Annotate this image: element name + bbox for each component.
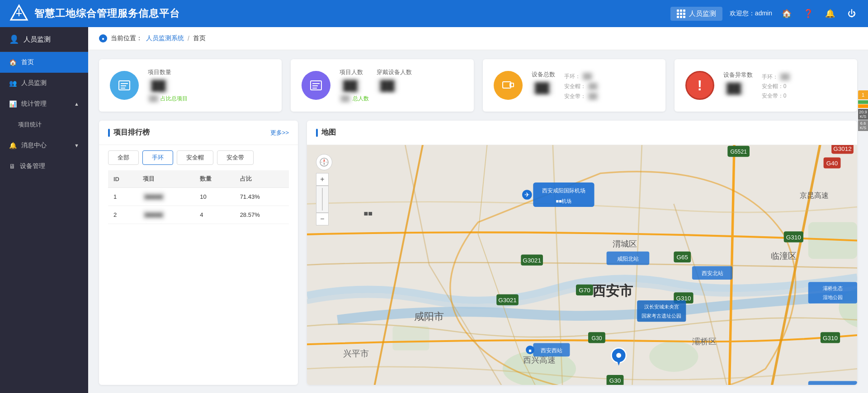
bottom-section: 项目排行榜 更多>> 全部 手环 安全帽 安全带 ID 项目 xyxy=(88,112,868,393)
home-icon: 🏠 xyxy=(9,59,17,66)
sidebar-messages-label: 消息中心 xyxy=(21,141,47,150)
wearing-devices-value: ██ xyxy=(377,79,398,93)
map-body[interactable]: 西安市 咸阳市 兴平市 临潼区 灞桥区 西兴高速 渭城区 京昆高速 ■■ G55 xyxy=(307,145,857,385)
sidebar-item-stats[interactable]: 📊 统计管理 ▲ xyxy=(0,94,88,114)
bracelet-label: 手环： ██ xyxy=(564,72,599,80)
ranking-more-link[interactable]: 更多>> xyxy=(270,129,289,137)
green-bar-1 xyxy=(858,100,868,104)
notification-badge[interactable]: 1 xyxy=(858,90,868,99)
sidebar-section-label: 人员监测 xyxy=(24,35,51,44)
devices-icon xyxy=(494,71,523,100)
svg-point-17 xyxy=(649,342,698,372)
stat-card-projects: 项目数量 ██ ██ 占比总项目 xyxy=(99,59,282,112)
ranking-title: 项目排行榜 xyxy=(108,128,150,137)
tab-all[interactable]: 全部 xyxy=(108,150,139,165)
map-zoom-bar xyxy=(316,186,329,213)
col-id: ID xyxy=(108,170,137,188)
breadcrumb: ● 当前位置： 人员监测系统 / 首页 xyxy=(88,27,868,50)
ranking-panel: 项目排行榜 更多>> 全部 手环 安全帽 安全带 ID 项目 xyxy=(99,121,298,385)
stat-card-anomaly: ! 设备异常数 ██ 手环： ██ 安全帽：0 安全带：0 xyxy=(675,59,857,112)
sidebar-item-home[interactable]: 🏠 首页 xyxy=(0,52,88,73)
svg-text:西安西站: 西安西站 xyxy=(541,347,562,354)
power-icon-btn[interactable]: ⏻ xyxy=(844,6,859,21)
sidebar-device-label: 设备管理 xyxy=(20,162,45,170)
svg-text:汉长安城未央宫: 汉长安城未央宫 xyxy=(644,304,679,309)
svg-text:灞桥生态: 灞桥生态 xyxy=(823,285,843,291)
nav-monitor-btn[interactable]: 人员监测 xyxy=(670,7,722,21)
sidebar-monitor-label: 人员监测 xyxy=(21,79,47,87)
help-icon-btn[interactable]: ❓ xyxy=(801,6,816,21)
breadcrumb-system[interactable]: 人员监测系统 xyxy=(146,34,184,42)
personnel-sub: ██ 总人数 xyxy=(340,94,462,103)
sidebar-item-messages[interactable]: 🔔 消息中心 ▼ xyxy=(0,135,88,156)
svg-text:■■机场: ■■机场 xyxy=(556,198,571,204)
sidebar-home-label: 首页 xyxy=(21,58,34,66)
cell-count: 10 xyxy=(194,188,234,206)
anomaly-devices-label: 设备异常数 xyxy=(723,71,753,79)
tab-bracelet[interactable]: 手环 xyxy=(142,150,173,165)
map-zoom-in-btn[interactable]: + xyxy=(316,173,329,186)
map-compass-btn[interactable] xyxy=(316,154,332,170)
svg-point-89 xyxy=(616,353,621,358)
user-icon: 👥 xyxy=(9,80,17,87)
project-personnel-value: ██ xyxy=(340,79,361,93)
svg-text:G3012: G3012 xyxy=(833,145,852,152)
sidebar-stats-label: 统计管理 xyxy=(21,100,47,108)
svg-text:G30: G30 xyxy=(609,377,621,384)
map-controls: + − xyxy=(316,154,332,225)
svg-text:✈: ✈ xyxy=(524,192,530,198)
svg-text:隧辇莘景区: 隧辇莘景区 xyxy=(820,384,845,385)
svg-text:G310: G310 xyxy=(823,335,838,342)
svg-text:西兴高速: 西兴高速 xyxy=(523,356,556,365)
svg-text:G5521: G5521 xyxy=(730,149,747,155)
svg-text:G3021: G3021 xyxy=(498,297,517,304)
chart-icon: 📊 xyxy=(9,100,17,108)
cell-id: 2 xyxy=(108,206,137,224)
svg-text:咸阳北站: 咸阳北站 xyxy=(617,256,639,262)
helmet-label: 安全帽： ██ xyxy=(564,82,599,90)
bell-sidebar-icon: 🔔 xyxy=(9,142,17,149)
svg-text:咸阳市: 咸阳市 xyxy=(414,311,444,322)
col-project: 项目 xyxy=(137,170,194,188)
svg-text:■: ■ xyxy=(528,348,532,353)
anomaly-content: 设备异常数 ██ 手环： ██ 安全帽：0 安全带：0 xyxy=(723,71,846,100)
map-zoom-group: + − xyxy=(316,173,332,225)
anomaly-icon: ! xyxy=(685,71,714,100)
svg-text:西安咸阳国际机场: 西安咸阳国际机场 xyxy=(542,187,585,194)
table-row: 2 ■■■■■ 4 28.57% xyxy=(108,206,289,224)
tab-belt[interactable]: 安全带 xyxy=(217,150,254,165)
sidebar-item-project-stats[interactable]: 项目统计 xyxy=(0,114,88,135)
svg-text:兴平市: 兴平市 xyxy=(343,349,369,358)
svg-text:西安北站: 西安北站 xyxy=(702,270,723,276)
grid-icon xyxy=(677,9,685,18)
sidebar-item-device[interactable]: 🖥 设备管理 xyxy=(0,156,88,177)
sidebar-item-monitor[interactable]: 👥 人员监测 xyxy=(0,73,88,94)
orange-bar xyxy=(858,104,868,108)
svg-text:G70: G70 xyxy=(579,287,590,294)
speed-info-2: 6.6K/S xyxy=(858,120,868,131)
devices-content: 设备总数 ██ 手环： ██ 安全帽： ██ 安全带： ██ xyxy=(532,70,655,100)
tab-helmet[interactable]: 安全帽 xyxy=(177,150,213,165)
table-row: 1 ■■■■■ 10 71.43% xyxy=(108,188,289,206)
svg-text:■■: ■■ xyxy=(363,209,373,217)
svg-text:渭城区: 渭城区 xyxy=(613,239,637,248)
map-zoom-out-btn[interactable]: − xyxy=(316,213,329,225)
svg-text:京昆高速: 京昆高速 xyxy=(800,191,829,199)
ranking-table: ID 项目 数量 占比 1 ■■■■■ 10 71.43% 2 ■■■■■ 4 … xyxy=(108,170,289,224)
map-panel: 地图 xyxy=(307,121,857,385)
header-logo: 智慧工地综合管理服务信息平台 xyxy=(9,4,670,23)
projects-icon xyxy=(110,71,139,100)
project-personnel-label: 项目人数 xyxy=(340,68,363,76)
home-icon-btn[interactable]: 🏠 xyxy=(779,6,794,21)
svg-text:G30: G30 xyxy=(591,335,602,342)
ranking-table-container: ID 项目 数量 占比 1 ■■■■■ 10 71.43% 2 ■■■■■ 4 … xyxy=(99,170,298,385)
svg-text:G40: G40 xyxy=(826,160,838,167)
svg-text:国家考古遗址公园: 国家考古遗址公园 xyxy=(642,313,681,318)
personnel-icon xyxy=(302,71,330,100)
anomaly-helmet-label: 安全帽：0 xyxy=(762,83,791,90)
bell-icon-btn[interactable]: 🔔 xyxy=(823,6,837,21)
messages-arrow-icon: ▼ xyxy=(74,143,79,148)
svg-rect-19 xyxy=(392,326,429,351)
main-content: ● 当前位置： 人员监测系统 / 首页 项目数量 ██ ██ 占比总项目 xyxy=(88,27,868,393)
total-devices-value: ██ xyxy=(532,81,553,95)
